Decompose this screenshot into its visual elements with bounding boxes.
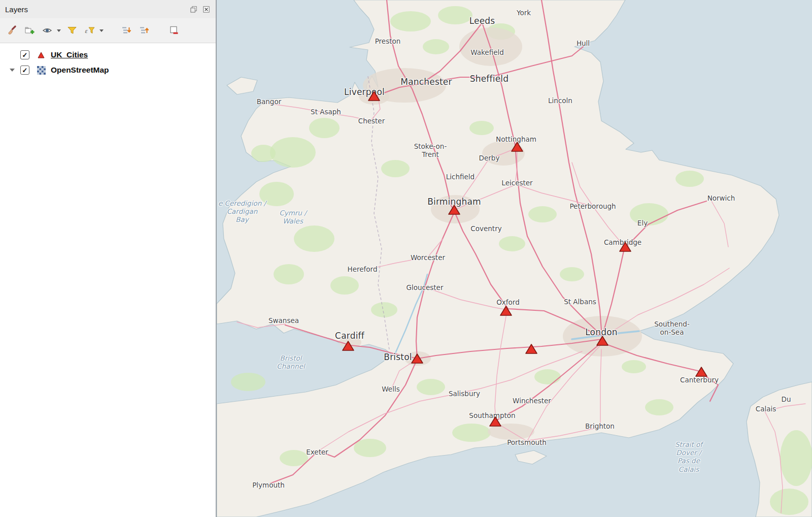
add-group-icon bbox=[24, 25, 35, 36]
manage-map-themes-button[interactable] bbox=[41, 24, 54, 37]
expander[interactable] bbox=[4, 69, 20, 72]
float-panel-button[interactable] bbox=[189, 5, 198, 14]
layer-row-uk-cities[interactable]: ✓ UK_Cities bbox=[0, 47, 216, 62]
close-panel-button[interactable] bbox=[201, 5, 211, 14]
map-svg bbox=[217, 0, 812, 517]
filter-legend-button[interactable] bbox=[65, 24, 79, 37]
layers-panel: Layers bbox=[0, 0, 216, 517]
collapse-all-icon bbox=[139, 25, 149, 36]
remove-layer-button[interactable] bbox=[167, 24, 180, 37]
layer-name[interactable]: OpenStreetMap bbox=[51, 66, 109, 75]
expand-all-icon bbox=[121, 25, 131, 36]
layer-row-openstreetmap[interactable]: ✓ bbox=[0, 62, 216, 78]
layer-name[interactable]: UK_Cities bbox=[51, 50, 88, 59]
layer-tree: ✓ UK_Cities ✓ bbox=[0, 43, 216, 78]
close-icon bbox=[202, 6, 210, 13]
expand-all-button[interactable] bbox=[120, 24, 133, 37]
svg-text:ε: ε bbox=[85, 27, 88, 35]
map-canvas[interactable]: LeedsYorkPrestonWakefieldHullManchesterS… bbox=[217, 0, 812, 517]
float-windows-icon bbox=[190, 6, 197, 13]
filter-legend-by-expression-button[interactable]: ε bbox=[83, 24, 96, 37]
layers-panel-toolbar: ε bbox=[0, 18, 216, 43]
chevron-down-icon[interactable] bbox=[99, 29, 104, 32]
eye-icon bbox=[42, 25, 52, 36]
layers-panel-header: Layers bbox=[0, 0, 216, 18]
remove-layer-icon bbox=[168, 25, 179, 36]
point-symbol-icon bbox=[35, 52, 48, 58]
paintbrush-icon bbox=[7, 25, 17, 36]
layer-checkbox[interactable]: ✓ bbox=[20, 66, 29, 75]
raster-layer-icon bbox=[35, 66, 48, 75]
funnel-icon bbox=[67, 25, 77, 36]
qgis-window: Layers bbox=[0, 0, 812, 517]
chevron-down-icon bbox=[10, 69, 15, 72]
chevron-down-icon[interactable] bbox=[57, 29, 61, 32]
layer-checkbox[interactable]: ✓ bbox=[20, 50, 29, 59]
add-group-button[interactable] bbox=[23, 24, 36, 37]
open-layer-styling-button[interactable] bbox=[5, 24, 18, 37]
expression-funnel-icon: ε bbox=[85, 25, 95, 36]
collapse-all-button[interactable] bbox=[138, 24, 151, 37]
panel-title: Layers bbox=[5, 5, 28, 14]
